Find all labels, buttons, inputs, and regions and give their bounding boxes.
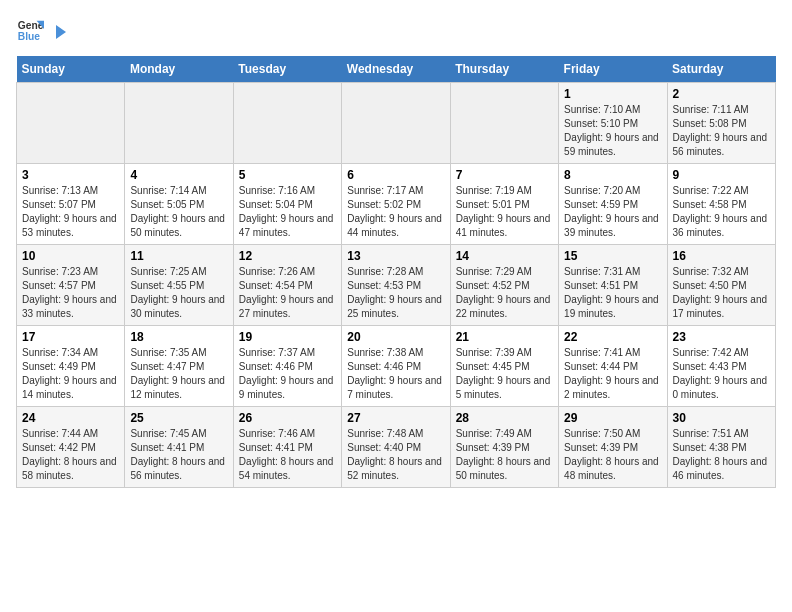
day-info: Sunrise: 7:49 AM Sunset: 4:39 PM Dayligh… — [456, 427, 553, 483]
calendar-cell: 3Sunrise: 7:13 AM Sunset: 5:07 PM Daylig… — [17, 164, 125, 245]
day-number: 1 — [564, 87, 661, 101]
day-number: 17 — [22, 330, 119, 344]
day-number: 10 — [22, 249, 119, 263]
day-info: Sunrise: 7:31 AM Sunset: 4:51 PM Dayligh… — [564, 265, 661, 321]
day-number: 29 — [564, 411, 661, 425]
day-info: Sunrise: 7:16 AM Sunset: 5:04 PM Dayligh… — [239, 184, 336, 240]
calendar-cell — [233, 83, 341, 164]
calendar-cell: 28Sunrise: 7:49 AM Sunset: 4:39 PM Dayli… — [450, 407, 558, 488]
day-number: 15 — [564, 249, 661, 263]
day-number: 18 — [130, 330, 227, 344]
calendar-cell: 22Sunrise: 7:41 AM Sunset: 4:44 PM Dayli… — [559, 326, 667, 407]
calendar-cell: 16Sunrise: 7:32 AM Sunset: 4:50 PM Dayli… — [667, 245, 775, 326]
day-info: Sunrise: 7:10 AM Sunset: 5:10 PM Dayligh… — [564, 103, 661, 159]
day-info: Sunrise: 7:50 AM Sunset: 4:39 PM Dayligh… — [564, 427, 661, 483]
day-number: 24 — [22, 411, 119, 425]
svg-text:Blue: Blue — [18, 31, 41, 42]
day-info: Sunrise: 7:38 AM Sunset: 4:46 PM Dayligh… — [347, 346, 444, 402]
calendar-cell: 17Sunrise: 7:34 AM Sunset: 4:49 PM Dayli… — [17, 326, 125, 407]
calendar-cell: 8Sunrise: 7:20 AM Sunset: 4:59 PM Daylig… — [559, 164, 667, 245]
day-info: Sunrise: 7:25 AM Sunset: 4:55 PM Dayligh… — [130, 265, 227, 321]
calendar-cell — [125, 83, 233, 164]
calendar-cell — [17, 83, 125, 164]
day-info: Sunrise: 7:13 AM Sunset: 5:07 PM Dayligh… — [22, 184, 119, 240]
day-number: 2 — [673, 87, 770, 101]
day-number: 20 — [347, 330, 444, 344]
calendar-cell: 24Sunrise: 7:44 AM Sunset: 4:42 PM Dayli… — [17, 407, 125, 488]
day-info: Sunrise: 7:32 AM Sunset: 4:50 PM Dayligh… — [673, 265, 770, 321]
logo: General Blue — [16, 16, 68, 44]
day-info: Sunrise: 7:19 AM Sunset: 5:01 PM Dayligh… — [456, 184, 553, 240]
day-number: 22 — [564, 330, 661, 344]
day-number: 13 — [347, 249, 444, 263]
day-number: 12 — [239, 249, 336, 263]
calendar-cell — [342, 83, 450, 164]
calendar-cell: 30Sunrise: 7:51 AM Sunset: 4:38 PM Dayli… — [667, 407, 775, 488]
day-number: 6 — [347, 168, 444, 182]
day-info: Sunrise: 7:48 AM Sunset: 4:40 PM Dayligh… — [347, 427, 444, 483]
calendar-cell: 5Sunrise: 7:16 AM Sunset: 5:04 PM Daylig… — [233, 164, 341, 245]
calendar-cell: 13Sunrise: 7:28 AM Sunset: 4:53 PM Dayli… — [342, 245, 450, 326]
day-number: 9 — [673, 168, 770, 182]
calendar-week-4: 17Sunrise: 7:34 AM Sunset: 4:49 PM Dayli… — [17, 326, 776, 407]
logo-icon: General Blue — [16, 16, 44, 44]
calendar-week-5: 24Sunrise: 7:44 AM Sunset: 4:42 PM Dayli… — [17, 407, 776, 488]
calendar-cell: 19Sunrise: 7:37 AM Sunset: 4:46 PM Dayli… — [233, 326, 341, 407]
day-info: Sunrise: 7:22 AM Sunset: 4:58 PM Dayligh… — [673, 184, 770, 240]
day-number: 14 — [456, 249, 553, 263]
calendar-cell: 23Sunrise: 7:42 AM Sunset: 4:43 PM Dayli… — [667, 326, 775, 407]
header: General Blue — [16, 16, 776, 44]
calendar-cell: 18Sunrise: 7:35 AM Sunset: 4:47 PM Dayli… — [125, 326, 233, 407]
calendar-cell: 12Sunrise: 7:26 AM Sunset: 4:54 PM Dayli… — [233, 245, 341, 326]
calendar-cell: 11Sunrise: 7:25 AM Sunset: 4:55 PM Dayli… — [125, 245, 233, 326]
header-day-friday: Friday — [559, 56, 667, 83]
day-info: Sunrise: 7:14 AM Sunset: 5:05 PM Dayligh… — [130, 184, 227, 240]
day-number: 23 — [673, 330, 770, 344]
day-number: 4 — [130, 168, 227, 182]
day-info: Sunrise: 7:23 AM Sunset: 4:57 PM Dayligh… — [22, 265, 119, 321]
header-day-thursday: Thursday — [450, 56, 558, 83]
day-number: 8 — [564, 168, 661, 182]
day-info: Sunrise: 7:17 AM Sunset: 5:02 PM Dayligh… — [347, 184, 444, 240]
calendar-cell: 2Sunrise: 7:11 AM Sunset: 5:08 PM Daylig… — [667, 83, 775, 164]
svg-marker-3 — [56, 25, 66, 39]
calendar-cell — [450, 83, 558, 164]
header-day-sunday: Sunday — [17, 56, 125, 83]
header-day-wednesday: Wednesday — [342, 56, 450, 83]
day-number: 27 — [347, 411, 444, 425]
day-number: 28 — [456, 411, 553, 425]
day-number: 5 — [239, 168, 336, 182]
header-day-tuesday: Tuesday — [233, 56, 341, 83]
calendar-cell: 25Sunrise: 7:45 AM Sunset: 4:41 PM Dayli… — [125, 407, 233, 488]
day-info: Sunrise: 7:45 AM Sunset: 4:41 PM Dayligh… — [130, 427, 227, 483]
calendar-week-1: 1Sunrise: 7:10 AM Sunset: 5:10 PM Daylig… — [17, 83, 776, 164]
header-day-monday: Monday — [125, 56, 233, 83]
day-number: 16 — [673, 249, 770, 263]
day-number: 3 — [22, 168, 119, 182]
calendar-cell: 7Sunrise: 7:19 AM Sunset: 5:01 PM Daylig… — [450, 164, 558, 245]
calendar-week-2: 3Sunrise: 7:13 AM Sunset: 5:07 PM Daylig… — [17, 164, 776, 245]
day-info: Sunrise: 7:46 AM Sunset: 4:41 PM Dayligh… — [239, 427, 336, 483]
day-info: Sunrise: 7:28 AM Sunset: 4:53 PM Dayligh… — [347, 265, 444, 321]
day-number: 7 — [456, 168, 553, 182]
day-info: Sunrise: 7:37 AM Sunset: 4:46 PM Dayligh… — [239, 346, 336, 402]
calendar-cell: 29Sunrise: 7:50 AM Sunset: 4:39 PM Dayli… — [559, 407, 667, 488]
calendar-cell: 14Sunrise: 7:29 AM Sunset: 4:52 PM Dayli… — [450, 245, 558, 326]
day-info: Sunrise: 7:41 AM Sunset: 4:44 PM Dayligh… — [564, 346, 661, 402]
day-info: Sunrise: 7:35 AM Sunset: 4:47 PM Dayligh… — [130, 346, 227, 402]
day-info: Sunrise: 7:51 AM Sunset: 4:38 PM Dayligh… — [673, 427, 770, 483]
calendar-cell: 4Sunrise: 7:14 AM Sunset: 5:05 PM Daylig… — [125, 164, 233, 245]
calendar-cell: 9Sunrise: 7:22 AM Sunset: 4:58 PM Daylig… — [667, 164, 775, 245]
day-number: 21 — [456, 330, 553, 344]
day-info: Sunrise: 7:20 AM Sunset: 4:59 PM Dayligh… — [564, 184, 661, 240]
calendar-table: SundayMondayTuesdayWednesdayThursdayFrid… — [16, 56, 776, 488]
calendar-cell: 1Sunrise: 7:10 AM Sunset: 5:10 PM Daylig… — [559, 83, 667, 164]
calendar-cell: 20Sunrise: 7:38 AM Sunset: 4:46 PM Dayli… — [342, 326, 450, 407]
calendar-week-3: 10Sunrise: 7:23 AM Sunset: 4:57 PM Dayli… — [17, 245, 776, 326]
header-day-saturday: Saturday — [667, 56, 775, 83]
calendar-cell: 6Sunrise: 7:17 AM Sunset: 5:02 PM Daylig… — [342, 164, 450, 245]
day-number: 26 — [239, 411, 336, 425]
logo-arrow-icon — [50, 23, 68, 41]
calendar-cell: 27Sunrise: 7:48 AM Sunset: 4:40 PM Dayli… — [342, 407, 450, 488]
day-number: 30 — [673, 411, 770, 425]
